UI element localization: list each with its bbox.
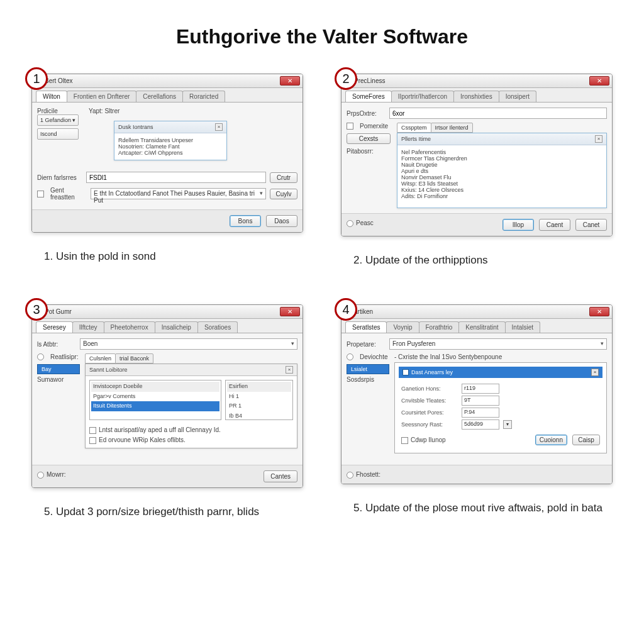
prop-input[interactable]: r119 (462, 384, 499, 394)
option-check-2[interactable]: Ed orvoune WRip Kales oflibts. (89, 436, 293, 444)
column-header: Invistocepn Doebile (91, 382, 219, 392)
sub-tab-trial[interactable]: trial Baconk (115, 353, 153, 364)
combo-box[interactable]: Boen (80, 338, 297, 350)
list-item: Kxius: 14 Clere Olsreces (401, 187, 602, 193)
titlebar[interactable]: artiken ✕ (341, 305, 612, 319)
panel-line: Nosotrien: Clamete Fant (118, 143, 223, 150)
combo-box[interactable]: E tht In Cctatootland Fanot Thei Pauses … (91, 188, 266, 199)
tab-ionsipert[interactable]: Ionsipert (499, 91, 536, 102)
radio-option[interactable]: Fhostett: (347, 470, 380, 479)
button-bar: Fhostett: (341, 465, 612, 484)
sidebar-item-gefandion[interactable]: 1 Gefandion ▾ (37, 114, 79, 126)
radio[interactable] (37, 353, 44, 360)
tab-intalsiet[interactable]: Intalsiet (505, 321, 540, 333)
custom-button[interactable]: Cuoionn (535, 435, 567, 445)
tab-voynip[interactable]: Voynip (386, 321, 419, 333)
sub-tab-strip: Csspptem Irtsor Ilenterd (397, 123, 607, 133)
panel-close-icon[interactable]: × (591, 369, 599, 376)
checkbox[interactable] (347, 123, 353, 130)
prop-input[interactable]: P.94 (462, 408, 499, 418)
close-icon[interactable]: ✕ (589, 307, 609, 316)
tab-cerellafions[interactable]: Cerellafions (136, 91, 183, 102)
close-icon[interactable]: ✕ (280, 307, 300, 316)
combo-box[interactable]: Fron Puysferen (389, 338, 607, 350)
cdwp-check[interactable]: Cdwp Ilunop (401, 436, 446, 444)
radio-option[interactable]: Mowrr: (37, 470, 66, 482)
panel-close-icon[interactable]: × (286, 366, 293, 374)
top-hint: - Cxriste the Inal 1Svo Sentybenpoune (394, 353, 607, 360)
panel-close-icon[interactable]: × (215, 123, 223, 131)
tab-insalicheip[interactable]: Insalicheip (155, 321, 198, 333)
sub-tab-culsnlen[interactable]: Culsnlen (85, 353, 116, 364)
tab-seratlstes[interactable]: Seratlstes (345, 321, 387, 333)
prop-input[interactable]: 5d6d99 (462, 419, 499, 430)
cantes-button[interactable]: Cantes (264, 470, 297, 482)
panel-line: Rdellem Transidares Unpeser (118, 137, 223, 143)
value-box[interactable]: Esirfien Hi 1 PR 1 Ib B4 (225, 380, 293, 420)
stepper-icon[interactable]: ▾ (503, 420, 512, 429)
panel-line: Artcapter: CiWl Ohpprens (118, 150, 223, 156)
panel-header: Dusk Iontrans × (114, 121, 226, 133)
field-input[interactable] (389, 108, 607, 119)
tab-pheetoherrox[interactable]: Pheetoherrox (104, 321, 155, 333)
property-panel: Dast Anearrs ley × Ganetion Hons:r119 Cn… (394, 362, 607, 453)
tab-ilftctey[interactable]: Ilftctey (72, 321, 104, 333)
sub-tab-csspptem[interactable]: Csspptem (397, 123, 431, 133)
list-box[interactable]: Invistocepn Doebile Pgar>v Coments Itsui… (89, 380, 221, 420)
panel-header: Pllerts Itime × (397, 133, 606, 145)
tab-seresey[interactable]: Seresey (36, 321, 73, 333)
list-item-selected[interactable]: Itsuit Ditestents (91, 401, 219, 411)
sidebar-item-lsialet[interactable]: Lsialet (347, 364, 389, 374)
prop-input[interactable]: 9T (462, 396, 499, 406)
prop-label: Cnvitsble Tleates: (401, 397, 458, 404)
tab-kenslitratint[interactable]: Kenslitratint (458, 321, 505, 333)
checkbox[interactable] (37, 191, 44, 197)
close-icon[interactable]: ✕ (589, 76, 609, 86)
option-check-1[interactable]: Lntst aurispatl/ay aped a uff all Clenna… (89, 426, 293, 434)
list-item: Nel Paferencentis (401, 149, 602, 155)
tab-frontien[interactable]: Frontien en Dnfterer (67, 91, 137, 102)
tab-iportrir[interactable]: IIportrir/Ihatlercon (391, 91, 454, 102)
checkbox-label: Gent freastten (50, 187, 87, 201)
canet-button[interactable]: Canet (575, 219, 607, 231)
checkbox-label: Pomerxite (360, 123, 388, 130)
tab-forathtrio[interactable]: Forathtrio (419, 321, 460, 333)
sidebar-item-sumawor[interactable]: Sumawor (37, 376, 80, 383)
step-1: 1 Bert Oltex ✕ Wilton Frontien en Dnfter… (31, 74, 303, 267)
field-input[interactable] (86, 172, 266, 183)
bons-button[interactable]: Bons (230, 215, 261, 227)
sidebar-label: Prdicile (37, 108, 79, 114)
chevron-icon: ▾ (72, 117, 75, 123)
sidebar-item-iscond[interactable]: Iscond (37, 128, 79, 140)
daos-button[interactable]: Daos (266, 215, 297, 227)
titlebar[interactable]: Bert Oltex ✕ (32, 74, 303, 88)
step-caption: 5. Update of the plose mout rive aftwais… (341, 502, 613, 514)
prop-label: Seessnory Rast: (401, 421, 458, 428)
tab-somefores[interactable]: SomeFores (345, 91, 392, 102)
button-bar: Peasc Illop Caent Canet (341, 213, 612, 236)
illop-button[interactable]: Illop (502, 219, 534, 231)
close-icon[interactable]: ✕ (280, 76, 300, 86)
sub-tab-irtsor[interactable]: Irtsor Ilenterd (431, 123, 473, 133)
step-caption: 5. Updat 3 porn/size brieget/thisth parn… (31, 506, 303, 518)
caent-button[interactable]: Caent (539, 219, 570, 231)
sidebar-label: Deviochte (360, 353, 387, 360)
tab-roraricted[interactable]: Roraricted (182, 91, 225, 102)
radio[interactable] (347, 353, 353, 360)
tab-soratioes[interactable]: Soratioes (197, 321, 238, 333)
sidebar-item-sosdsrpis[interactable]: Sosdsrpis (347, 376, 389, 383)
side-label: Pitabosrr: (347, 148, 391, 155)
titlebar[interactable]: Pot Gumr ✕ (32, 305, 303, 319)
tab-wilton[interactable]: Wilton (36, 91, 67, 102)
titlebar[interactable]: PrecLiness ✕ (341, 74, 612, 88)
create-button[interactable]: Crutr (270, 172, 297, 183)
sidebar-item-bay[interactable]: Bay (37, 364, 80, 374)
cuylv-button[interactable]: Cuylv (270, 189, 297, 199)
list-item[interactable]: Pgar>v Coments (91, 392, 219, 402)
caisp-button[interactable]: Caisp (572, 435, 600, 445)
tab-ironshixties[interactable]: Ironshixties (453, 91, 499, 102)
cexsts-button[interactable]: Cexsts (347, 133, 391, 144)
tab-strip: Seresey Ilftctey Pheetoherrox Insalichei… (32, 319, 303, 333)
panel-close-icon[interactable]: × (595, 135, 602, 143)
radio-option[interactable]: Peasc (347, 219, 374, 231)
